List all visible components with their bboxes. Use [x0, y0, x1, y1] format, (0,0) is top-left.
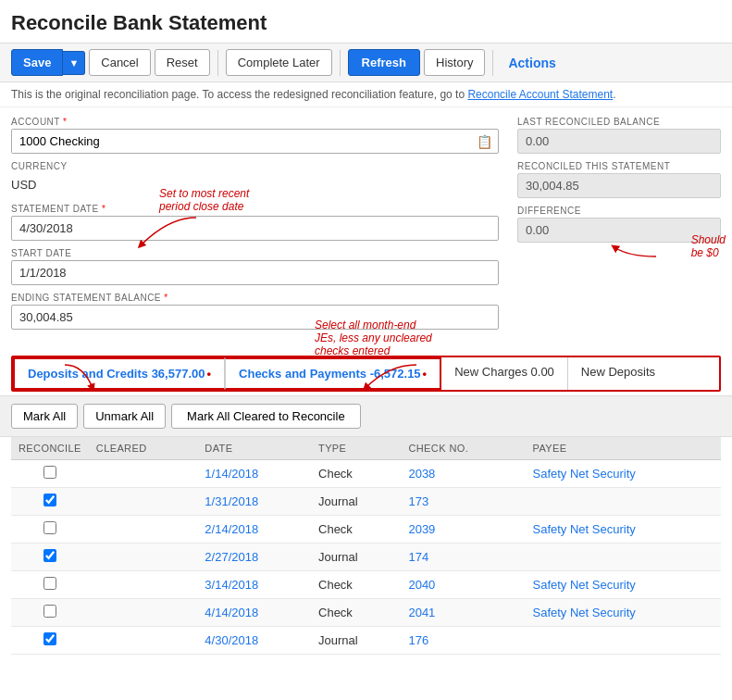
info-text: This is the original reconciliation page… — [11, 88, 467, 101]
mark-all-button[interactable]: Mark All — [11, 404, 78, 429]
reconcile-checkbox[interactable] — [43, 577, 56, 590]
toolbar-separator-2 — [340, 50, 341, 76]
col-type: TYPE — [311, 437, 401, 460]
payee-cell[interactable]: Safety Net Security — [526, 599, 721, 627]
reconcile-cell[interactable] — [11, 571, 89, 599]
tabs-section: Select all month-endJEs, less any unclea… — [0, 346, 732, 392]
check-no-cell[interactable]: 2040 — [401, 571, 525, 599]
toolbar: Save ▼ Cancel Reset Complete Later Refre… — [0, 43, 732, 82]
reconcile-checkbox[interactable] — [43, 521, 56, 534]
type-cell: Journal — [311, 627, 401, 655]
mark-all-cleared-button[interactable]: Mark All Cleared to Reconcile — [171, 404, 361, 429]
tab-new-charges[interactable]: New Charges 0.00 — [441, 357, 568, 390]
date-cell[interactable]: 4/30/2018 — [197, 627, 311, 655]
payee-cell[interactable]: Safety Net Security — [526, 516, 721, 544]
statement-date-input[interactable]: 4/30/2018 — [11, 216, 499, 241]
check-no-cell[interactable]: 176 — [401, 627, 525, 655]
cleared-cell — [89, 571, 198, 599]
account-field-group: ACCOUNT * 📋 — [11, 117, 499, 154]
reconcile-checkbox[interactable] — [43, 494, 56, 506]
reset-button[interactable]: Reset — [155, 49, 210, 76]
reconcile-checkbox[interactable] — [43, 466, 56, 479]
table-row: 1/31/2018 Journal 173 — [11, 488, 721, 516]
date-cell[interactable]: 2/27/2018 — [197, 544, 311, 571]
start-date-label: START DATE — [11, 248, 499, 258]
start-date-input[interactable]: 1/1/2018 — [11, 260, 499, 285]
form-left: ACCOUNT * 📋 CURRENCY USD STATEMENT DATE … — [11, 117, 499, 337]
type-cell: Journal — [311, 544, 401, 571]
save-button-group: Save ▼ — [11, 49, 85, 76]
account-label: ACCOUNT * — [11, 117, 499, 127]
type-cell: Journal — [311, 488, 401, 516]
save-button[interactable]: Save — [11, 49, 63, 76]
account-picker-icon[interactable]: 📋 — [471, 131, 498, 153]
statement-date-area: STATEMENT DATE * 4/30/2018 Set to most r… — [11, 204, 499, 241]
cancel-button[interactable]: Cancel — [89, 49, 150, 76]
table-row: 2/14/2018 Check 2039 Safety Net Security — [11, 516, 721, 544]
last-reconciled-value: 0.00 — [517, 129, 721, 154]
cleared-cell — [89, 460, 198, 488]
date-cell[interactable]: 1/31/2018 — [197, 488, 311, 516]
toolbar-separator — [217, 50, 218, 76]
reconcile-checkbox[interactable] — [43, 632, 56, 645]
reconcile-account-link[interactable]: Reconcile Account Statement — [467, 88, 613, 101]
select-all-arrow — [361, 360, 435, 397]
actions-button[interactable]: Actions — [501, 50, 563, 76]
reconcile-cell[interactable] — [11, 627, 89, 655]
cleared-cell — [89, 627, 198, 655]
history-button[interactable]: History — [424, 49, 485, 76]
toolbar-separator-3 — [492, 50, 493, 76]
account-input-wrapper: 📋 — [11, 129, 499, 154]
payee-cell — [526, 627, 721, 655]
reconcile-cell[interactable] — [11, 488, 89, 516]
type-cell: Check — [311, 460, 401, 488]
account-input[interactable] — [12, 130, 471, 153]
payee-cell[interactable]: Safety Net Security — [526, 571, 721, 599]
check-no-cell[interactable]: 174 — [401, 544, 525, 571]
reconcile-cell[interactable] — [11, 599, 89, 627]
date-cell[interactable]: 3/14/2018 — [197, 571, 311, 599]
reconciled-this-field: RECONCILED THIS STATEMENT 30,004.85 — [517, 161, 721, 198]
reconcile-cell[interactable] — [11, 460, 89, 488]
tab-new-deposits[interactable]: New Deposits — [568, 357, 668, 390]
type-cell: Check — [311, 516, 401, 544]
date-cell[interactable]: 4/14/2018 — [197, 599, 311, 627]
reconciled-this-value: 30,004.85 — [517, 173, 721, 198]
difference-field: DIFFERENCE 0.00 Shouldbe $0 — [517, 206, 721, 243]
last-reconciled-label: LAST RECONCILED BALANCE — [517, 117, 721, 127]
payee-cell[interactable]: Safety Net Security — [526, 460, 721, 488]
date-cell[interactable]: 2/14/2018 — [197, 516, 311, 544]
reconcile-checkbox[interactable] — [43, 549, 56, 562]
check-no-cell[interactable]: 173 — [401, 488, 525, 516]
unmark-all-button[interactable]: Unmark All — [83, 404, 166, 429]
table-body: 1/14/2018 Check 2038 Safety Net Security… — [11, 460, 721, 655]
reconcile-checkbox[interactable] — [43, 605, 56, 618]
top-form-area: ACCOUNT * 📋 CURRENCY USD STATEMENT DATE … — [0, 107, 732, 337]
reconcile-cell[interactable] — [11, 516, 89, 544]
type-cell: Check — [311, 599, 401, 627]
date-cell[interactable]: 1/14/2018 — [197, 460, 311, 488]
table-section: RECONCILE CLEARED DATE TYPE CHECK NO. PA… — [0, 437, 732, 655]
table-row: 1/14/2018 Check 2038 Safety Net Security — [11, 460, 721, 488]
check-no-cell[interactable]: 2039 — [401, 516, 525, 544]
cleared-cell — [89, 488, 198, 516]
save-dropdown-button[interactable]: ▼ — [63, 51, 85, 75]
col-cleared: CLEARED — [89, 437, 198, 460]
tab-deposits-credits[interactable]: Deposits and Credits 36,577.00• — [13, 357, 225, 390]
period-close-arrow — [131, 213, 205, 259]
type-cell: Check — [311, 571, 401, 599]
deposits-arrow — [56, 360, 102, 397]
payee-cell — [526, 488, 721, 516]
payee-cell — [526, 544, 721, 571]
table-row: 4/30/2018 Journal 176 — [11, 627, 721, 655]
check-no-cell[interactable]: 2038 — [401, 460, 525, 488]
difference-label: DIFFERENCE — [517, 206, 721, 216]
transactions-table: RECONCILE CLEARED DATE TYPE CHECK NO. PA… — [11, 437, 721, 655]
refresh-button[interactable]: Refresh — [348, 49, 420, 76]
complete-later-button[interactable]: Complete Later — [226, 49, 332, 76]
page-title: Reconcile Bank Statement — [0, 0, 732, 43]
last-reconciled-field: LAST RECONCILED BALANCE 0.00 — [517, 117, 721, 154]
check-no-cell[interactable]: 2041 — [401, 599, 525, 627]
cleared-cell — [89, 516, 198, 544]
reconcile-cell[interactable] — [11, 544, 89, 571]
